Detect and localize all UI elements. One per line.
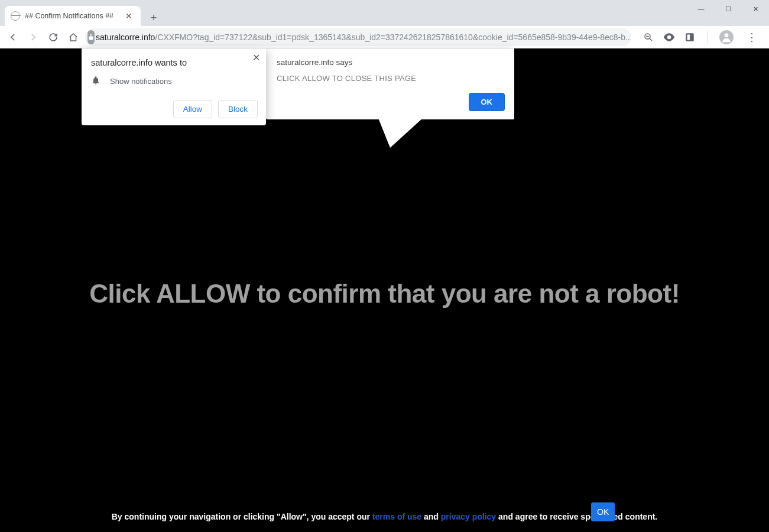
eye-icon[interactable] — [663, 33, 675, 41]
browser-menu-button[interactable]: ⋮ — [743, 31, 761, 44]
allow-button[interactable]: Allow — [173, 100, 212, 118]
window-controls: — ☐ ✕ — [687, 0, 769, 18]
javascript-alert-dialog: saturalcorre.info says CLICK ALLOW TO CL… — [266, 48, 514, 119]
window-maximize-button[interactable]: ☐ — [715, 0, 742, 18]
extension-icon[interactable] — [684, 32, 695, 43]
cookie-ok-button[interactable]: OK — [591, 502, 615, 521]
zoom-icon[interactable] — [643, 32, 654, 43]
home-button[interactable] — [65, 29, 82, 46]
lock-icon[interactable] — [87, 30, 95, 44]
reload-button[interactable] — [45, 29, 61, 46]
prompt-title: saturalcorre.info wants to — [91, 58, 258, 67]
globe-icon — [11, 11, 20, 21]
address-bar[interactable]: saturalcorre.info /CXXFMO?tag_id=737122&… — [85, 28, 631, 46]
tab-title: ## Confirm Notifications ## — [25, 12, 123, 20]
back-button[interactable] — [5, 29, 21, 46]
prompt-permission-label: Show notifications — [110, 77, 172, 86]
browser-toolbar: saturalcorre.info /CXXFMO?tag_id=737122&… — [0, 26, 769, 48]
url-path: /CXXFMO?tag_id=737122&sub_id1=pdsk_13651… — [155, 33, 631, 42]
tabstrip: ## Confirm Notifications ## ✕ + — [0, 5, 769, 26]
alert-message: CLICK ALLOW TO CLOSE THIS PAGE — [277, 74, 504, 83]
tab-close-button[interactable]: ✕ — [123, 11, 135, 21]
block-button[interactable]: Block — [218, 100, 258, 118]
privacy-policy-link[interactable]: privacy policy — [441, 512, 496, 521]
new-tab-button[interactable]: + — [145, 9, 162, 26]
svg-point-5 — [725, 33, 729, 37]
footer-text-suffix: and agree to receive sponsored content. — [498, 512, 657, 521]
toolbar-separator — [707, 31, 708, 44]
svg-rect-4 — [687, 34, 690, 40]
prompt-close-button[interactable]: ✕ — [252, 52, 260, 63]
toolbar-right-icons: ⋮ — [635, 30, 764, 44]
alert-ok-button[interactable]: OK — [469, 93, 505, 111]
page-headline: Click ALLOW to confirm that you are not … — [0, 279, 769, 309]
window-minimize-button[interactable]: — — [687, 0, 715, 18]
svg-line-1 — [650, 38, 652, 41]
terms-of-use-link[interactable]: terms of use — [372, 512, 421, 521]
alert-title: saturalcorre.info says — [277, 58, 504, 67]
profile-avatar[interactable] — [719, 30, 734, 44]
window-close-button[interactable]: ✕ — [742, 0, 769, 18]
page-footer: By continuing your navigation or clickin… — [0, 512, 769, 521]
footer-text-and: and — [424, 512, 441, 521]
forward-button[interactable] — [25, 29, 41, 46]
url-domain: saturalcorre.info — [96, 33, 155, 42]
footer-text-prefix: By continuing your navigation or clickin… — [112, 512, 372, 521]
notification-permission-prompt: ✕ saturalcorre.info wants to Show notifi… — [82, 48, 266, 125]
bell-icon — [91, 76, 100, 87]
titlebar — [0, 0, 769, 5]
browser-tab[interactable]: ## Confirm Notifications ## ✕ — [5, 6, 141, 26]
